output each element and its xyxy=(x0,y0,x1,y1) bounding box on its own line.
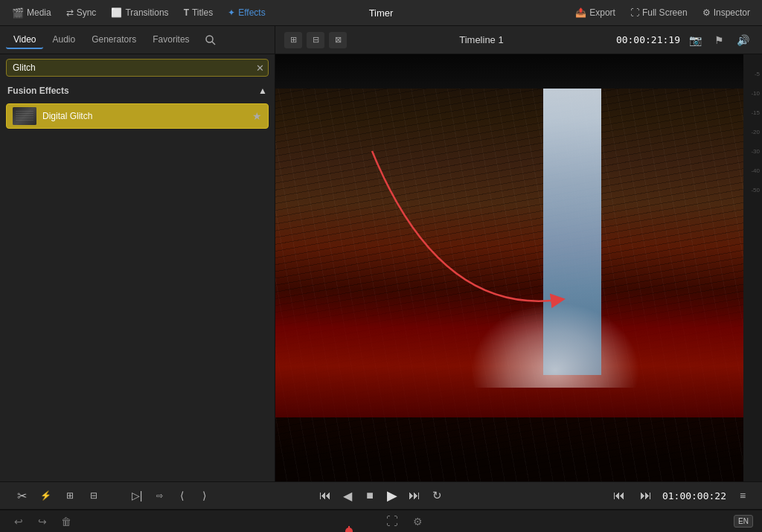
skip-to-end-btn[interactable]: ⏭ xyxy=(404,485,425,506)
toolbar-titles[interactable]: T Titles xyxy=(178,4,220,21)
effect-thumb-preview xyxy=(13,107,36,125)
section-collapse-icon: ▲ xyxy=(258,86,267,96)
waterfall-mist xyxy=(470,302,641,388)
search-icon xyxy=(205,34,217,46)
second-row: Video Audio Generators Favorites ⊞ ⊟ ⊠ T… xyxy=(0,26,762,54)
timeline-icon-btn[interactable]: ⛶ xyxy=(382,513,402,530)
app-title: Timer xyxy=(369,7,394,19)
bottom-center-actions: ⛶ ⚙ xyxy=(382,513,427,530)
playback-time: 01:00:00:22 xyxy=(662,490,726,501)
effects-list: Digital Glitch ★ xyxy=(0,100,275,132)
timeline-icon-flag[interactable]: ⚑ xyxy=(710,31,729,50)
preview-image xyxy=(275,54,762,481)
timeline-title: Timeline 1 xyxy=(459,34,503,45)
stop-btn[interactable]: ■ xyxy=(359,485,380,506)
play-btn[interactable]: ▶ xyxy=(382,485,403,506)
timeline-icon-camera[interactable]: 📷 xyxy=(686,31,705,50)
toolbar-inspector[interactable]: ⚙ Inspector xyxy=(697,4,756,21)
effect-thumbnail xyxy=(13,107,36,125)
settings-icon-btn[interactable]: ⚙ xyxy=(408,513,427,530)
view-icons: ⊞ ⊟ ⊠ xyxy=(284,32,347,48)
sync-icon: ⇄ xyxy=(66,7,74,18)
bottom-right: EN xyxy=(734,515,753,528)
effects-tabs: Video Audio Generators Favorites xyxy=(0,26,275,54)
toolbar-media[interactable]: 🎬 Media xyxy=(6,4,57,22)
language-badge[interactable]: EN xyxy=(734,515,753,528)
effect-star-button[interactable]: ★ xyxy=(252,110,262,122)
tab-favorites[interactable]: Favorites xyxy=(145,31,196,49)
titles-icon: T xyxy=(184,7,189,18)
fusion-effects-label: Fusion Effects xyxy=(7,86,69,96)
search-input-wrap: ✕ xyxy=(6,59,269,77)
search-clear-button[interactable]: ✕ xyxy=(256,63,264,74)
forward-btn[interactable]: ⟩ xyxy=(193,485,214,506)
main-area: ✕ Fusion Effects ▲ Digital Glitch ★ xyxy=(0,54,762,481)
search-bar: ✕ xyxy=(0,54,275,81)
track-tool-btn[interactable]: ⊞ xyxy=(60,485,80,506)
redo-btn[interactable]: ↪ xyxy=(33,513,52,530)
loop-btn[interactable]: ↻ xyxy=(426,485,447,506)
svg-point-0 xyxy=(206,36,213,42)
toolbar-sync[interactable]: ⇄ Sync xyxy=(60,4,103,21)
play-reverse-btn[interactable]: ◀ xyxy=(337,485,358,506)
blade-tool-btn[interactable]: ⚡ xyxy=(36,485,57,506)
bottom-left-actions: ↩ ↪ 🗑 xyxy=(9,513,76,530)
view-icon-2[interactable]: ⊟ xyxy=(307,32,324,48)
sky-dark xyxy=(275,54,762,89)
svg-line-1 xyxy=(212,42,215,45)
transform-tool-btn[interactable]: ⊟ xyxy=(83,485,104,506)
speed-btn[interactable]: ⇨ xyxy=(149,485,170,506)
media-icon: 🎬 xyxy=(12,7,24,19)
transitions-icon: ⬜ xyxy=(111,7,122,18)
fusion-effects-section[interactable]: Fusion Effects ▲ xyxy=(0,81,275,100)
effects-icon: ✦ xyxy=(228,7,235,18)
ruler-mark-15: -15 xyxy=(743,110,762,116)
view-icon-1[interactable]: ⊞ xyxy=(284,32,302,48)
ruler-mark-30: -30 xyxy=(743,149,762,155)
go-to-start-btn[interactable]: ⏮ xyxy=(609,485,630,506)
playback-bar: ✂ ⚡ ⊞ ⊟ ▷| ⇨ ⟨ ⟩ ⏮ ◀ ■ ▶ ⏭ ↻ ⏮ ⏭ 01:00:0… xyxy=(0,481,762,510)
cut-tool-btn[interactable]: ✂ xyxy=(12,485,33,506)
tab-audio[interactable]: Audio xyxy=(45,31,83,49)
toolbar-effects[interactable]: ✦ Effects xyxy=(222,4,271,21)
undo-btn[interactable]: ↩ xyxy=(9,513,28,530)
export-icon: 📤 xyxy=(575,7,586,18)
effect-digital-glitch[interactable]: Digital Glitch ★ xyxy=(6,103,269,129)
left-playback-tools: ✂ ⚡ ⊞ ⊟ xyxy=(0,485,115,506)
scroll-playhead xyxy=(348,526,350,532)
ruler-mark-50: -50 xyxy=(743,188,762,193)
toolbar-transitions[interactable]: ⬜ Transitions xyxy=(105,4,174,21)
bottom-bar: ↩ ↪ 🗑 ⛶ ⚙ EN xyxy=(0,510,762,532)
effects-panel: ✕ Fusion Effects ▲ Digital Glitch ★ xyxy=(0,54,275,481)
search-icon-btn[interactable] xyxy=(205,34,217,46)
center-left-controls: ▷| ⇨ ⟨ ⟩ xyxy=(127,485,214,506)
tab-video[interactable]: Video xyxy=(6,31,43,49)
preview-panel: -5 -10 -15 -20 -30 -40 -50 xyxy=(275,54,762,481)
playback-right: ⏮ ⏭ 01:00:00:22 ≡ xyxy=(609,485,753,506)
inspector-icon: ⚙ xyxy=(702,7,711,18)
ruler-mark-5: -5 xyxy=(743,71,762,77)
fullscreen-icon: ⛶ xyxy=(630,7,639,18)
view-icon-3[interactable]: ⊠ xyxy=(329,32,347,48)
ruler-mark-40: -40 xyxy=(743,168,762,174)
scroll-playhead-dot xyxy=(345,528,353,533)
delete-btn[interactable]: 🗑 xyxy=(57,513,76,530)
timeline-icon-audio[interactable]: 🔊 xyxy=(734,31,753,50)
rewind-btn[interactable]: ⟨ xyxy=(171,485,192,506)
timeline-header: ⊞ ⊟ ⊠ Timeline 1 00:00:21:19 📷 ⚑ 🔊 xyxy=(275,26,762,54)
go-to-end-btn[interactable]: ⏭ xyxy=(635,485,656,506)
timeline-icons: 📷 ⚑ 🔊 xyxy=(686,31,753,50)
timeline-current-time: 00:00:21:19 xyxy=(616,34,680,45)
effect-name: Digital Glitch xyxy=(42,111,246,121)
top-toolbar: 🎬 Media ⇄ Sync ⬜ Transitions T Titles ✦ … xyxy=(0,0,762,26)
prev-frame-btn[interactable]: ▷| xyxy=(127,485,147,506)
toolbar-fullscreen[interactable]: ⛶ Full Screen xyxy=(624,4,694,21)
toolbar-export[interactable]: 📤 Export xyxy=(569,4,621,21)
playback-menu-btn[interactable]: ≡ xyxy=(732,485,753,506)
search-input[interactable] xyxy=(6,59,269,77)
tab-generators[interactable]: Generators xyxy=(84,31,144,49)
playback-center-controls: ⏮ ◀ ■ ▶ ⏭ ↻ xyxy=(315,485,447,506)
preview-ruler: -5 -10 -15 -20 -30 -40 -50 xyxy=(743,54,762,481)
ruler-mark-10: -10 xyxy=(743,91,762,97)
skip-to-start-btn[interactable]: ⏮ xyxy=(315,485,336,506)
